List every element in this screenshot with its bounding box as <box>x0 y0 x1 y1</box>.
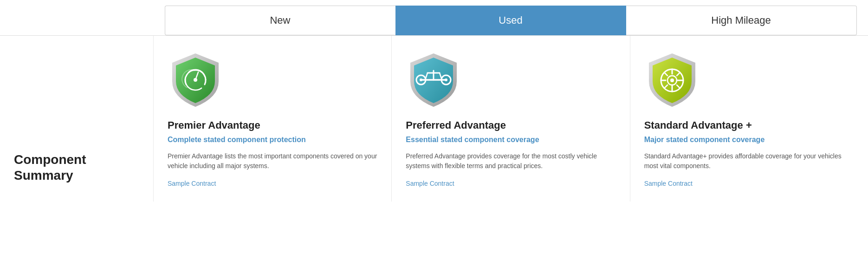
standard-subtitle: Major stated component coverage <box>644 135 854 145</box>
svg-point-15 <box>670 78 674 82</box>
sidebar: Component Summary <box>0 36 153 202</box>
premier-shield <box>168 50 223 110</box>
standard-shield-icon <box>647 51 698 109</box>
premier-name: Premier Advantage <box>168 119 377 131</box>
plan-preferred: Preferred Advantage Essential stated com… <box>392 36 630 202</box>
preferred-name: Preferred Advantage <box>406 119 615 131</box>
premier-sample-link[interactable]: Sample Contract <box>168 180 216 187</box>
main-content: Component Summary <box>0 36 868 202</box>
standard-name: Standard Advantage + <box>644 119 854 131</box>
standard-sample-link[interactable]: Sample Contract <box>644 180 693 187</box>
preferred-shield-icon <box>408 51 459 109</box>
tab-used[interactable]: Used <box>395 6 626 35</box>
premier-shield-icon <box>170 51 221 109</box>
preferred-subtitle: Essential stated component coverage <box>406 135 615 145</box>
tab-new[interactable]: New <box>165 6 395 35</box>
preferred-sample-link[interactable]: Sample Contract <box>406 180 454 187</box>
premier-subtitle: Complete stated component protection <box>168 135 377 145</box>
plan-standard: Standard Advantage + Major stated compon… <box>630 36 868 202</box>
standard-description: Standard Advantage+ provides affordable … <box>644 151 854 171</box>
preferred-shield <box>406 50 461 110</box>
tab-high-mileage[interactable]: High Mileage <box>626 6 857 35</box>
plans-container: Premier Advantage Complete stated compon… <box>153 36 868 202</box>
premier-description: Premier Advantage lists the most importa… <box>168 151 377 171</box>
svg-point-3 <box>194 78 197 81</box>
preferred-description: Preferred Advantage provides coverage fo… <box>406 151 615 171</box>
svg-point-8 <box>445 78 447 81</box>
tab-bar: New Used High Mileage <box>0 0 868 36</box>
standard-shield <box>644 50 700 110</box>
svg-point-6 <box>420 78 422 81</box>
sidebar-title: Component Summary <box>14 152 139 183</box>
tab-group: New Used High Mileage <box>165 6 857 35</box>
plan-premier: Premier Advantage Complete stated compon… <box>154 36 392 202</box>
